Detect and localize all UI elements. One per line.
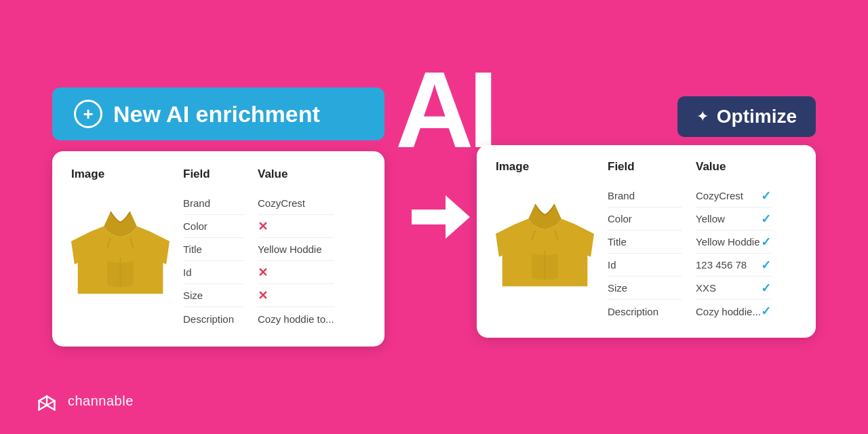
ai-background-text: AI [395, 56, 493, 164]
table-row: ✕ [258, 284, 334, 307]
banner-title: New AI enrichment [113, 101, 320, 127]
right-hoodie-image [496, 184, 594, 296]
right-section: AI ✦ Optimize Image [477, 96, 816, 338]
right-card: Image Field [477, 145, 816, 338]
table-row: Cozy hoddie to... [258, 307, 334, 330]
optimize-icon: ✦ [696, 108, 709, 125]
error-icon: ✕ [258, 288, 268, 303]
arrow-shape [412, 195, 470, 239]
new-enrichment-banner[interactable]: + New AI enrichment [52, 87, 384, 140]
left-image-header: Image [71, 167, 104, 181]
right-fields-col: Field Brand Color Title Id Size [608, 160, 682, 323]
svg-line-11 [47, 406, 54, 410]
table-row: Yellow Hoddie [258, 238, 334, 261]
error-icon: ✕ [258, 219, 268, 234]
check-icon: ✓ [761, 258, 771, 273]
optimize-title: Optimize [717, 106, 797, 127]
table-row: Brand [183, 192, 244, 215]
error-icon: ✕ [258, 265, 268, 280]
check-icon: ✓ [761, 212, 771, 226]
table-row: Description [183, 307, 244, 330]
channable-logo: channable [34, 388, 134, 414]
channable-text: channable [68, 393, 134, 409]
right-card-inner: Image Field [496, 160, 797, 323]
left-fields-col: Field Brand Color Title Id Size [183, 167, 244, 330]
table-row: Size [183, 284, 244, 307]
table-row: Title [608, 231, 682, 254]
table-row: Color [608, 208, 682, 231]
right-field-header: Field [608, 160, 682, 174]
right-values-col: Value CozyCrest ✓ Yellow ✓ Yellow Hoddie… [696, 160, 771, 323]
left-field-header: Field [183, 167, 244, 181]
right-image-header: Image [496, 160, 529, 174]
table-row: Color [183, 215, 244, 238]
table-row: ✕ [258, 261, 334, 284]
left-card: Image [52, 151, 384, 347]
right-image-col: Image [496, 160, 594, 323]
table-row: Brand [608, 184, 682, 208]
check-icon: ✓ [761, 235, 771, 250]
table-row: Size [608, 277, 682, 300]
left-card-table: Image [71, 167, 366, 330]
right-value-header: Value [696, 160, 771, 174]
table-row: Cozy hoddie... ✓ [696, 300, 771, 323]
table-row: CozyCrest [258, 192, 334, 215]
check-icon: ✓ [761, 189, 771, 203]
left-values-col: Value CozyCrest ✕ Yellow Hoddie ✕ ✕ [258, 167, 334, 330]
svg-line-10 [39, 406, 47, 410]
table-row: Id [608, 254, 682, 277]
arrow-section [412, 195, 470, 239]
arrow-head [446, 195, 470, 239]
left-section: + New AI enrichment Image [52, 87, 384, 347]
table-row: Description [608, 300, 682, 323]
table-row: 123 456 78 ✓ [696, 254, 771, 277]
arrow-body [412, 210, 446, 224]
left-hoodie-image [71, 192, 170, 304]
optimize-banner[interactable]: ✦ Optimize [677, 96, 816, 137]
check-icon: ✓ [761, 304, 771, 319]
check-icon: ✓ [761, 281, 771, 296]
left-image-col: Image [71, 167, 170, 330]
table-row: Yellow Hoddie ✓ [696, 231, 771, 254]
table-row: Yellow ✓ [696, 208, 771, 231]
main-container: + New AI enrichment Image [0, 0, 868, 434]
plus-circle-icon: + [74, 100, 102, 128]
table-row: ✕ [258, 215, 334, 238]
table-row: CozyCrest ✓ [696, 184, 771, 208]
table-row: Title [183, 238, 244, 261]
left-value-header: Value [258, 167, 334, 181]
table-row: XXS ✓ [696, 277, 771, 300]
channable-logo-icon [34, 388, 60, 414]
table-row: Id [183, 261, 244, 284]
